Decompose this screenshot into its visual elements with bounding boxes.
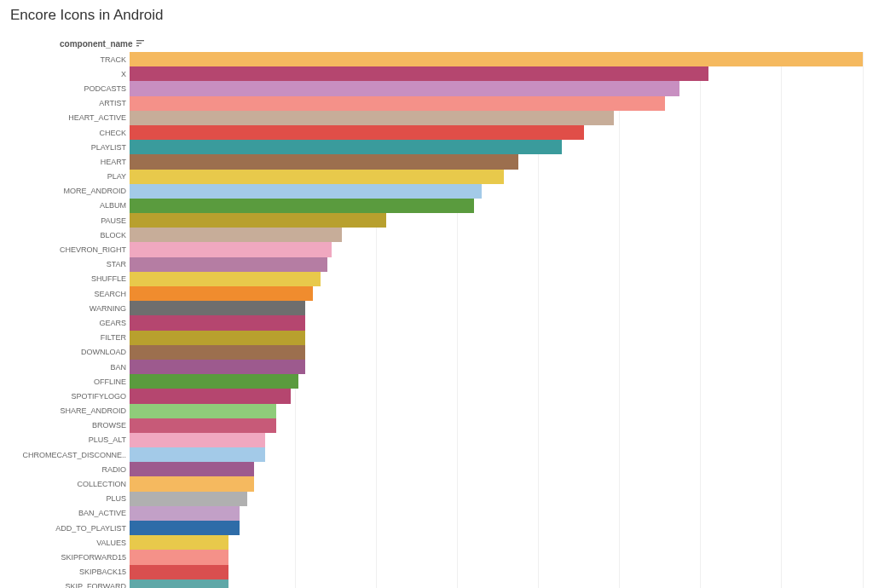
bar-label: CHROMECAST_DISCONNE.. <box>10 451 130 459</box>
bar-label: PLAYLIST <box>10 143 130 152</box>
bar-row: HEART <box>10 154 863 169</box>
bar-track <box>130 345 863 360</box>
bar-track <box>130 286 863 301</box>
bar-label: CHEVRON_RIGHT <box>10 245 130 254</box>
bar-track <box>130 154 863 169</box>
bar-label: SEARCH <box>10 290 130 298</box>
bar[interactable] <box>130 81 679 95</box>
bar-label: HEART <box>10 158 130 166</box>
bar-label: BAN <box>10 363 130 372</box>
bar-label: X <box>10 70 130 78</box>
bar[interactable] <box>130 550 228 564</box>
bar-row: FILTER <box>10 331 863 345</box>
bar-row: VALUES <box>10 535 863 550</box>
bar[interactable] <box>130 272 321 286</box>
bar-label: DOWNLOAD <box>10 348 130 356</box>
bar[interactable] <box>130 404 276 418</box>
bar[interactable] <box>130 213 386 228</box>
bar[interactable] <box>130 199 474 213</box>
bar-row: BAN_ACTIVE <box>10 506 863 521</box>
bar-track <box>130 579 863 588</box>
bar[interactable] <box>130 579 228 588</box>
bar-row: CHECK <box>10 125 863 140</box>
bar-track <box>130 52 863 66</box>
bar-row: PLUS <box>10 492 863 506</box>
bar[interactable] <box>130 476 254 491</box>
bar[interactable] <box>130 345 305 360</box>
bar-track <box>130 184 863 199</box>
bar-track <box>130 272 863 286</box>
bar[interactable] <box>130 360 305 374</box>
bar[interactable] <box>130 52 863 66</box>
bar-label: ARTIST <box>10 99 130 107</box>
bar-row: CHROMECAST_DISCONNE.. <box>10 447 863 462</box>
bar-label: WARNING <box>10 304 130 313</box>
bar-label: FILTER <box>10 333 130 342</box>
bar[interactable] <box>130 257 327 272</box>
bar[interactable] <box>130 492 247 506</box>
bar-label: PODCASTS <box>10 84 130 93</box>
bar-track <box>130 447 863 462</box>
bar-row: SHUFFLE <box>10 272 863 286</box>
bar[interactable] <box>130 170 504 184</box>
bar-label: SPOTIFYLOGO <box>10 392 130 401</box>
bar[interactable] <box>130 389 291 403</box>
bar[interactable] <box>130 315 305 330</box>
bar[interactable] <box>130 433 265 447</box>
bar-track <box>130 315 863 330</box>
bar-track <box>130 331 863 345</box>
bar-track <box>130 257 863 272</box>
bar-row: SHARE_ANDROID <box>10 404 863 418</box>
bar[interactable] <box>130 154 518 169</box>
bar-row: PODCASTS <box>10 81 863 95</box>
bar[interactable] <box>130 535 228 550</box>
bar[interactable] <box>130 228 342 242</box>
svg-rect-0 <box>136 40 144 41</box>
bar-track <box>130 301 863 315</box>
bar-row: SEARCH <box>10 286 863 301</box>
bar[interactable] <box>130 286 313 301</box>
bar[interactable] <box>130 447 265 462</box>
bar-row: HEART_ACTIVE <box>10 111 863 125</box>
bar-track <box>130 550 863 564</box>
bar-track <box>130 66 863 81</box>
bar[interactable] <box>130 565 228 579</box>
bar[interactable] <box>130 418 276 433</box>
bar[interactable] <box>130 506 240 521</box>
bar-track <box>130 199 863 213</box>
bar-label: SKIPFORWARD15 <box>10 553 130 562</box>
bar[interactable] <box>130 301 305 315</box>
bar-row: PLAYLIST <box>10 140 863 154</box>
bar[interactable] <box>130 111 614 125</box>
bar-row: SKIPBACK15 <box>10 565 863 579</box>
bar-row: WARNING <box>10 301 863 315</box>
bar-row: COLLECTION <box>10 476 863 491</box>
svg-rect-1 <box>136 43 142 43</box>
bar-track <box>130 462 863 476</box>
bar-row: DOWNLOAD <box>10 345 863 360</box>
bar[interactable] <box>130 125 584 140</box>
bar-row: MORE_ANDROID <box>10 184 863 199</box>
bar-label: PAUSE <box>10 216 130 225</box>
bar-label: SHUFFLE <box>10 274 130 283</box>
bar[interactable] <box>130 462 254 476</box>
gridline <box>863 52 864 588</box>
bar[interactable] <box>130 521 240 535</box>
bar-row: ARTIST <box>10 96 863 111</box>
bar-row: SKIPFORWARD15 <box>10 550 863 564</box>
bar[interactable] <box>130 184 482 199</box>
bar[interactable] <box>130 331 305 345</box>
bar[interactable] <box>130 140 562 154</box>
bar-label: CHECK <box>10 129 130 137</box>
bar[interactable] <box>130 96 665 111</box>
bar-label: ALBUM <box>10 201 130 210</box>
bar[interactable] <box>130 374 298 389</box>
bar[interactable] <box>130 242 332 257</box>
bar-track <box>130 506 863 521</box>
bar-label: SKIP_FORWARD <box>10 582 130 588</box>
bar-label: OFFLINE <box>10 378 130 386</box>
sort-descending-icon <box>136 39 145 49</box>
bar-row: ALBUM <box>10 199 863 213</box>
bar-row: RADIO <box>10 462 863 476</box>
bar[interactable] <box>130 66 708 81</box>
